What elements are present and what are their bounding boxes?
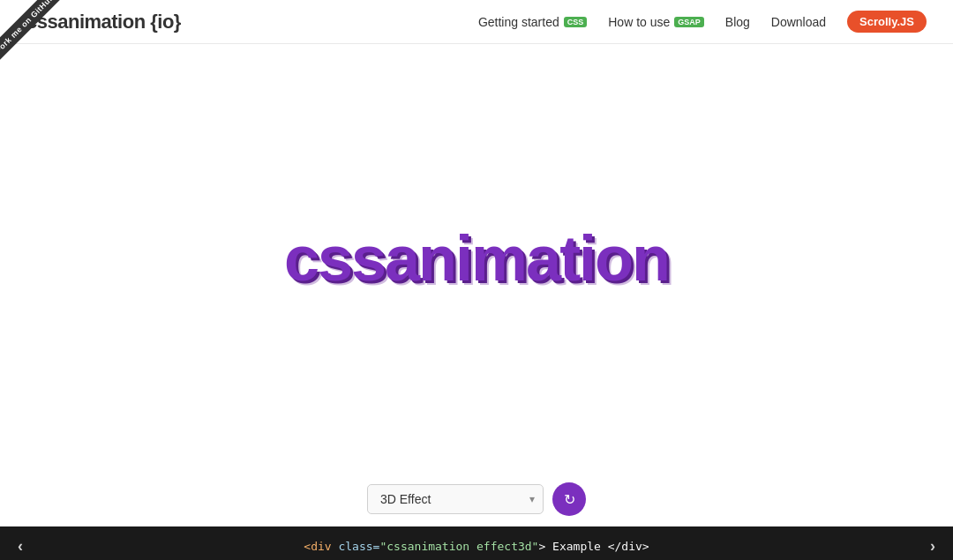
nav-getting-started-label: Getting started bbox=[478, 15, 559, 29]
hero-text: cssanimation bbox=[284, 222, 669, 295]
fork-ribbon-label: Fork me on GitHub bbox=[0, 0, 62, 61]
prev-arrow[interactable]: ‹ bbox=[18, 537, 23, 556]
scrolly-button[interactable]: Scrolly.JS bbox=[847, 11, 927, 33]
logo-suffix: {io} bbox=[146, 11, 181, 33]
fork-ribbon[interactable]: Fork me on GitHub bbox=[0, 0, 71, 71]
effect-select-wrapper: 3D Effect Bounce Fade In Flash Rotate Sh… bbox=[367, 484, 544, 514]
code-bar: ‹ <div class="cssanimation effect3d"> Ex… bbox=[0, 526, 953, 560]
controls: 3D Effect Bounce Fade In Flash Rotate Sh… bbox=[0, 472, 953, 526]
nav-blog[interactable]: Blog bbox=[725, 15, 750, 29]
header: cssanimation {io} Getting started CSS Ho… bbox=[0, 0, 953, 44]
css-badge: CSS bbox=[564, 17, 588, 27]
effect-select[interactable]: 3D Effect Bounce Fade In Flash Rotate Sh… bbox=[367, 484, 544, 514]
next-arrow[interactable]: › bbox=[930, 537, 935, 556]
nav-how-to-use[interactable]: How to use gsap bbox=[608, 15, 704, 29]
code-content: > Example </div> bbox=[538, 540, 649, 553]
code-tag-open: <div bbox=[304, 540, 338, 553]
gsap-badge: gsap bbox=[674, 17, 704, 27]
nav-download[interactable]: Download bbox=[771, 15, 826, 29]
code-display: <div class="cssanimation effect3d"> Exam… bbox=[32, 540, 921, 553]
replay-button[interactable]: ↻ bbox=[552, 482, 586, 516]
code-attr-val: "cssanimation effect3d" bbox=[379, 540, 538, 553]
nav: Getting started CSS How to use gsap Blog… bbox=[478, 11, 927, 33]
nav-how-to-use-label: How to use bbox=[608, 15, 670, 29]
replay-icon: ↻ bbox=[564, 491, 575, 508]
nav-getting-started[interactable]: Getting started CSS bbox=[478, 15, 587, 29]
code-attr-name: class= bbox=[338, 540, 379, 553]
main-content: cssanimation bbox=[0, 44, 953, 472]
